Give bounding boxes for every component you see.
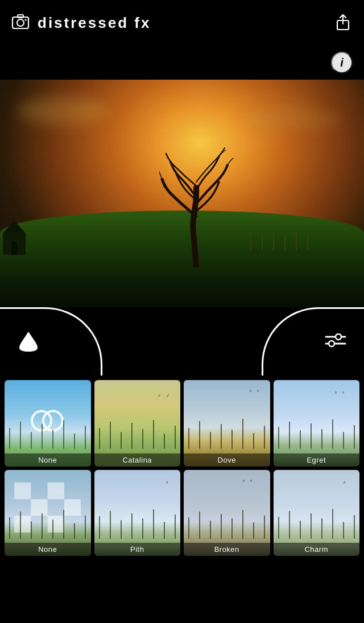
- svg-point-1: [17, 19, 24, 26]
- app-title-bold: fx: [134, 14, 151, 31]
- filter-broken[interactable]: ∧ ∧ Broken: [184, 470, 270, 556]
- plants-none: [5, 410, 91, 449]
- water-drop-icon: [18, 329, 39, 353]
- photo-area: [0, 80, 364, 307]
- svg-point-9: [336, 334, 341, 340]
- birds-broken: ∧ ∧: [242, 478, 254, 483]
- plants-broken: [184, 500, 270, 539]
- filter-none[interactable]: None: [5, 380, 91, 467]
- svg-rect-12: [14, 482, 31, 499]
- svg-marker-6: [3, 221, 26, 233]
- fence: [250, 228, 364, 250]
- filter-dove[interactable]: ∧ ∧ Dove: [184, 380, 270, 467]
- plants-pith: [94, 500, 181, 539]
- plants-catalina: [94, 410, 181, 449]
- info-label: i: [340, 56, 344, 69]
- adjustments-button[interactable]: [318, 324, 353, 358]
- tree-silhouette: [159, 142, 239, 267]
- birds-egret: ∧ ∧: [334, 390, 346, 395]
- filter-grid: None ✓ ✓ Catalina ∧ ∧: [0, 376, 364, 560]
- filter-dove-label: Dove: [184, 453, 270, 467]
- controls-bar: [0, 307, 364, 376]
- plants-none2: [5, 500, 91, 539]
- svg-rect-14: [48, 482, 64, 499]
- svg-rect-2: [18, 15, 23, 18]
- birds-charm: ∧: [343, 480, 348, 485]
- filter-catalina-label: Catalina: [94, 453, 181, 467]
- app-title: distressed fx: [38, 14, 151, 32]
- filter-none2[interactable]: None: [5, 470, 91, 556]
- info-bar: i: [0, 46, 364, 80]
- birds-pith: ∧: [166, 480, 170, 485]
- share-icon: [336, 14, 350, 31]
- svg-point-3: [25, 19, 27, 20]
- plants-charm: [274, 500, 360, 539]
- filter-egret[interactable]: ∧ ∧ Egret: [274, 380, 360, 467]
- plants-dove: [184, 410, 270, 449]
- filter-egret-label: Egret: [274, 453, 360, 467]
- opacity-button[interactable]: [11, 324, 46, 358]
- filter-charm-label: Charm: [274, 543, 360, 556]
- filter-none-label: None: [5, 453, 91, 467]
- svg-point-11: [329, 341, 334, 346]
- birds-catalina: ✓ ✓: [158, 393, 172, 398]
- svg-rect-7: [11, 242, 17, 255]
- sliders-icon: [325, 333, 346, 349]
- app-header: distressed fx: [0, 0, 364, 46]
- filter-catalina[interactable]: ✓ ✓ Catalina: [94, 380, 181, 467]
- svg-rect-13: [31, 482, 47, 499]
- filter-pith-label: Pith: [94, 543, 181, 556]
- birds-dove: ∧ ∧: [249, 389, 261, 393]
- camera-icon: [11, 13, 30, 33]
- svg-rect-15: [64, 482, 81, 499]
- header-left: distressed fx: [11, 13, 151, 33]
- barn-silhouette: [0, 216, 34, 256]
- share-button[interactable]: [333, 11, 353, 35]
- app-title-normal: distressed: [38, 14, 129, 31]
- filter-charm[interactable]: ∧ Charm: [274, 470, 360, 556]
- filter-pith[interactable]: ∧ Pith: [94, 470, 181, 556]
- plants-egret: [274, 410, 360, 449]
- filter-none2-label: None: [5, 543, 91, 556]
- filter-broken-label: Broken: [184, 543, 270, 556]
- info-button[interactable]: i: [331, 52, 353, 73]
